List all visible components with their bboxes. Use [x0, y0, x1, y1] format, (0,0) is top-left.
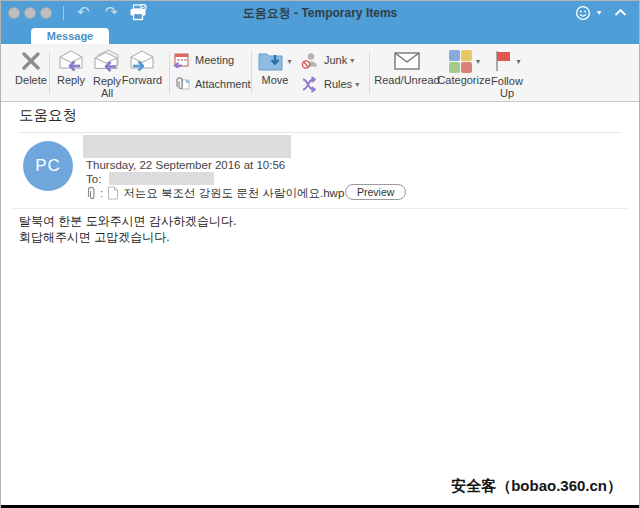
delete-x-icon — [9, 47, 53, 75]
categorize-button[interactable]: ▾ Categorize — [435, 47, 493, 99]
move-dropdown-caret-icon: ▾ — [287, 57, 291, 66]
ribbon: Delete Reply — [1, 44, 639, 102]
paperclip-icon — [85, 186, 98, 201]
rules-dropdown-caret-icon: ▾ — [355, 80, 359, 89]
reply-envelope-icon — [53, 47, 89, 75]
feedback-smiley-icon[interactable] — [575, 5, 591, 21]
titlebar: ↶ ↷ 도움요청 - Temporary Items ▾ — [1, 1, 639, 25]
message-window: ↶ ↷ 도움요청 - Temporary Items ▾ — [0, 0, 640, 508]
meeting-button[interactable]: Meeting — [173, 51, 234, 69]
categorize-dropdown-caret-icon: ▾ — [476, 57, 480, 66]
forward-envelope-icon — [118, 47, 166, 75]
move-button[interactable]: ▾ Move — [253, 47, 297, 99]
read-unread-button[interactable]: Read/Unread — [373, 47, 441, 99]
rules-arrows-icon — [301, 76, 319, 93]
window-title: 도움요청 - Temporary Items — [1, 5, 639, 22]
to-label: To: — [86, 173, 101, 185]
smiley-dropdown-caret-icon[interactable]: ▾ — [597, 8, 601, 17]
body-line: 회답해주시면 고맙겠습니다. — [19, 229, 236, 245]
delete-button[interactable]: Delete — [9, 47, 53, 99]
follow-up-button[interactable]: ▾ Follow Up — [487, 47, 527, 99]
read-unread-envelope-icon — [373, 47, 441, 75]
divider — [13, 208, 627, 209]
attachment-colon: : — [100, 187, 103, 199]
preview-button[interactable]: Preview — [345, 184, 406, 200]
categorize-squares-icon — [448, 49, 473, 74]
paperclip-icon — [173, 76, 190, 92]
recipient-redacted-box — [109, 172, 214, 185]
body-line: 탈북여 한분 도와주시면 감사하겠습니다. — [19, 213, 236, 229]
reply-button[interactable]: Reply — [53, 47, 89, 99]
divider — [19, 132, 621, 133]
sender-redacted-box — [83, 135, 291, 158]
divider — [251, 51, 252, 94]
sender-avatar: PC — [23, 141, 73, 191]
attachment-button[interactable]: Attachment — [173, 75, 251, 93]
follow-up-flag-icon — [493, 50, 513, 72]
message-subject: 도움요청 — [19, 106, 77, 125]
forward-button[interactable]: Forward — [118, 47, 166, 99]
divider — [169, 51, 170, 94]
message-date: Thursday, 22 September 2016 at 10:56 — [86, 159, 285, 171]
move-folder-icon — [258, 50, 284, 72]
collapse-ribbon-icon[interactable] — [614, 8, 627, 17]
ribbon-tab-row: Message — [1, 25, 639, 44]
junk-button[interactable]: Junk ▾ — [301, 51, 354, 69]
meeting-calendar-icon — [173, 52, 190, 68]
rules-button[interactable]: Rules ▾ — [301, 75, 359, 93]
tab-message[interactable]: Message — [31, 28, 109, 44]
watermark-text: 安全客（bobao.360.cn） — [451, 477, 622, 496]
document-icon — [107, 186, 119, 200]
junk-dropdown-caret-icon: ▾ — [350, 56, 354, 65]
divider — [369, 51, 370, 94]
follow-up-dropdown-caret-icon: ▾ — [516, 57, 520, 66]
message-body: 탈북여 한분 도와주시면 감사하겠습니다. 회답해주시면 고맙겠습니다. — [19, 213, 236, 245]
junk-person-icon — [301, 52, 319, 69]
